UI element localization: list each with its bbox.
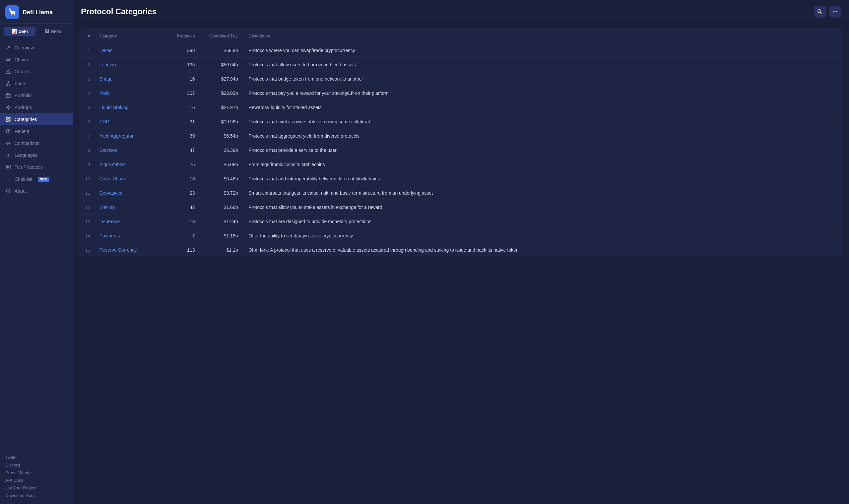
app-name: Defi Llama <box>22 9 53 16</box>
cell-category[interactable]: Insurance <box>94 215 167 229</box>
category-link[interactable]: Dexes <box>99 48 112 53</box>
portfolio-icon <box>5 92 11 98</box>
sidebar-item-chains[interactable]: Chains <box>0 54 73 66</box>
cell-category[interactable]: Algo-Stables <box>94 158 167 172</box>
footer-list-project[interactable]: List Your Project <box>5 484 67 492</box>
top-actions <box>814 6 841 18</box>
cell-tvl: $1.18b <box>200 229 243 243</box>
footer-press-media[interactable]: Press / Media <box>5 469 67 476</box>
sidebar-item-portfolio[interactable]: Portfolio <box>0 90 73 102</box>
sidebar-item-categories[interactable]: Categories <box>0 113 73 125</box>
main-nav: ↗ Overview Chains Oracles <box>0 39 73 450</box>
table-row: 2 Lending 135 $50.64b Protocols that all… <box>80 58 842 72</box>
cell-category[interactable]: Yield <box>94 86 167 101</box>
nfts-icon: 🖼 <box>45 29 49 34</box>
cell-category[interactable]: Dexes <box>94 43 167 58</box>
cell-category[interactable]: Lending <box>94 58 167 72</box>
svg-point-5 <box>7 85 7 86</box>
sidebar-item-oracles[interactable]: Oracles <box>0 66 73 77</box>
search-button[interactable] <box>814 6 826 18</box>
cell-category[interactable]: Services <box>94 143 167 158</box>
cell-protocols: 39 <box>167 129 200 143</box>
footer-api-docs[interactable]: API Docs <box>5 476 67 484</box>
category-link[interactable]: Algo-Stables <box>99 162 125 167</box>
cell-category[interactable]: Reserve Currency <box>94 243 167 257</box>
table-row: 12 Staking 42 $1.68b Protocols that allo… <box>80 200 842 215</box>
col-category: Category <box>94 29 167 43</box>
category-link[interactable]: Payments <box>99 233 120 238</box>
cell-category[interactable]: Bridge <box>94 72 167 86</box>
category-link[interactable]: Lending <box>99 62 116 67</box>
table-row: 3 Bridge 16 $27.94b Protocols that bridg… <box>80 72 842 86</box>
footer-download-data[interactable]: Download Data <box>5 492 67 499</box>
more-options-button[interactable] <box>829 6 841 18</box>
table-row: 13 Insurance 18 $1.24b Protocols that ar… <box>80 215 842 229</box>
airdrops-icon <box>5 105 11 110</box>
cell-protocols: 135 <box>167 58 200 72</box>
footer-twitter[interactable]: Twitter <box>5 454 67 461</box>
svg-point-4 <box>8 82 9 83</box>
cell-num: 15 <box>80 243 94 257</box>
cell-category[interactable]: Derivatives <box>94 186 167 200</box>
category-link[interactable]: Bridge <box>99 76 112 82</box>
cell-description: Rewards/Liquidity for staked assets <box>243 101 842 115</box>
mode-tabs: 📊 DeFi 🖼 NFTs <box>0 23 73 39</box>
footer-discord[interactable]: Discord <box>5 461 67 469</box>
cell-category[interactable]: CDP <box>94 115 167 129</box>
cell-category[interactable]: Liquid Staking <box>94 101 167 115</box>
svg-rect-15 <box>6 118 8 119</box>
cell-protocols: 16 <box>167 172 200 186</box>
svg-rect-22 <box>6 165 10 169</box>
cell-category[interactable]: Staking <box>94 200 167 215</box>
cell-description: Protocols that allow users to borrow and… <box>243 58 842 72</box>
category-link[interactable]: Insurance <box>99 219 120 224</box>
tab-defi[interactable]: 📊 DeFi <box>4 27 35 36</box>
cell-tvl: $6.39b <box>200 143 243 158</box>
cell-description: Protocols that provide a service to the … <box>243 143 842 158</box>
cell-protocols: 42 <box>167 200 200 215</box>
chainlist-icon <box>5 176 11 182</box>
category-link[interactable]: Yield <box>99 91 109 96</box>
category-link[interactable]: Derivatives <box>99 190 122 196</box>
cell-description: Protocols that bridge token from one net… <box>243 72 842 86</box>
categories-icon <box>5 116 11 122</box>
sidebar-item-airdrops[interactable]: Airdrops <box>0 102 73 113</box>
svg-point-35 <box>836 11 837 12</box>
top-bar: Protocol Categories <box>73 0 849 23</box>
tab-nfts[interactable]: 🖼 NFTs <box>37 27 69 36</box>
col-num: # <box>80 29 94 43</box>
cell-category[interactable]: Payments <box>94 229 167 243</box>
cell-num: 5 <box>80 101 94 115</box>
sidebar-footer: Twitter Discord Press / Media API Docs L… <box>0 450 73 504</box>
cell-protocols: 16 <box>167 72 200 86</box>
category-link[interactable]: Yield Aggregator <box>99 133 133 139</box>
sidebar-item-forks[interactable]: Forks <box>0 77 73 90</box>
category-link[interactable]: CDP <box>99 119 109 124</box>
cell-category[interactable]: Yield Aggregator <box>94 129 167 143</box>
svg-point-30 <box>8 190 8 190</box>
category-link[interactable]: Services <box>99 147 117 153</box>
svg-point-6 <box>9 85 10 86</box>
cell-protocols: 47 <box>167 143 200 158</box>
sidebar-item-about[interactable]: About <box>0 185 73 197</box>
cell-protocols: 113 <box>167 243 200 257</box>
sidebar-item-top-protocols[interactable]: Top Protocols <box>0 161 73 173</box>
cell-description: Protocols that allow you to stake assets… <box>243 200 842 215</box>
cell-tvl: $5.48b <box>200 172 243 186</box>
cell-num: 3 <box>80 72 94 86</box>
cell-description: Protocols that are designed to provide m… <box>243 215 842 229</box>
sidebar-item-overview[interactable]: ↗ Overview <box>0 42 73 54</box>
defi-icon: 📊 <box>12 29 17 34</box>
cell-description: Protocols where you can swap/trade crypt… <box>243 43 842 58</box>
sidebar-item-languages[interactable]: Languages <box>0 149 73 161</box>
category-link[interactable]: Reserve Currency <box>99 247 137 253</box>
cell-category[interactable]: Cross Chain <box>94 172 167 186</box>
category-link[interactable]: Staking <box>99 204 115 210</box>
category-link[interactable]: Liquid Staking <box>99 105 128 110</box>
cell-tvl: $1.24b <box>200 215 243 229</box>
svg-point-33 <box>833 11 834 12</box>
sidebar-item-chainlist[interactable]: Chainlist NEW <box>0 173 73 185</box>
sidebar-item-comparison[interactable]: Comparison <box>0 137 73 149</box>
sidebar-item-recent[interactable]: Recent <box>0 125 73 137</box>
category-link[interactable]: Cross Chain <box>99 176 125 181</box>
